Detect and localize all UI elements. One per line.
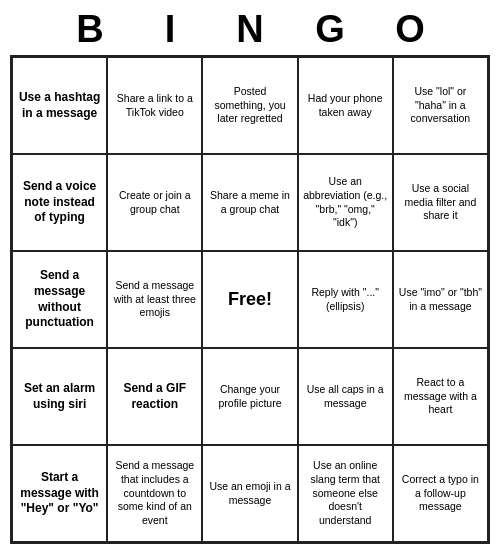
bingo-cell-6[interactable]: Create or join a group chat bbox=[107, 154, 202, 251]
bingo-cell-11[interactable]: Send a message with at least three emoji… bbox=[107, 251, 202, 348]
bingo-cell-21[interactable]: Send a message that includes a countdown… bbox=[107, 445, 202, 542]
bingo-cell-8[interactable]: Use an abbreviation (e.g., "brb," "omg,"… bbox=[298, 154, 393, 251]
title-letter-I: I bbox=[130, 8, 210, 51]
bingo-title: BINGO bbox=[10, 0, 490, 55]
bingo-cell-17[interactable]: Change your profile picture bbox=[202, 348, 297, 445]
bingo-cell-15[interactable]: Set an alarm using siri bbox=[12, 348, 107, 445]
bingo-cell-22[interactable]: Use an emoji in a message bbox=[202, 445, 297, 542]
bingo-cell-12[interactable]: Free! bbox=[202, 251, 297, 348]
title-letter-G: G bbox=[290, 8, 370, 51]
bingo-cell-16[interactable]: Send a GIF reaction bbox=[107, 348, 202, 445]
bingo-cell-19[interactable]: React to a message with a heart bbox=[393, 348, 488, 445]
title-letter-B: B bbox=[50, 8, 130, 51]
bingo-cell-20[interactable]: Start a message with "Hey" or "Yo" bbox=[12, 445, 107, 542]
title-letter-N: N bbox=[210, 8, 290, 51]
bingo-cell-14[interactable]: Use "imo" or "tbh" in a message bbox=[393, 251, 488, 348]
bingo-cell-3[interactable]: Had your phone taken away bbox=[298, 57, 393, 154]
bingo-cell-7[interactable]: Share a meme in a group chat bbox=[202, 154, 297, 251]
bingo-cell-9[interactable]: Use a social media filter and share it bbox=[393, 154, 488, 251]
bingo-cell-18[interactable]: Use all caps in a message bbox=[298, 348, 393, 445]
bingo-grid: Use a hashtag in a messageShare a link t… bbox=[10, 55, 490, 544]
bingo-cell-4[interactable]: Use "lol" or "haha" in a conversation bbox=[393, 57, 488, 154]
bingo-cell-10[interactable]: Send a message without punctuation bbox=[12, 251, 107, 348]
bingo-cell-5[interactable]: Send a voice note instead of typing bbox=[12, 154, 107, 251]
bingo-cell-2[interactable]: Posted something, you later regretted bbox=[202, 57, 297, 154]
title-letter-O: O bbox=[370, 8, 450, 51]
bingo-cell-23[interactable]: Use an online slang term that someone el… bbox=[298, 445, 393, 542]
bingo-cell-13[interactable]: Reply with "..." (ellipsis) bbox=[298, 251, 393, 348]
bingo-cell-0[interactable]: Use a hashtag in a message bbox=[12, 57, 107, 154]
bingo-cell-24[interactable]: Correct a typo in a follow-up message bbox=[393, 445, 488, 542]
bingo-cell-1[interactable]: Share a link to a TikTok video bbox=[107, 57, 202, 154]
